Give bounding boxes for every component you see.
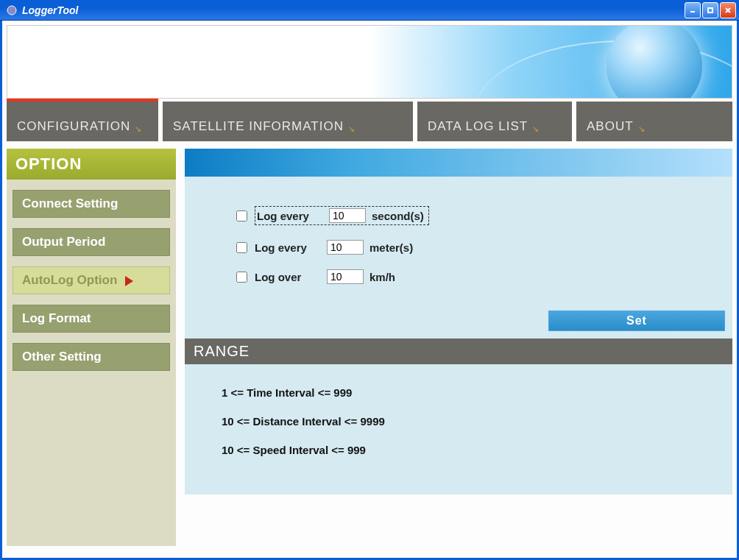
log-time-row: Log every second(s) (236, 206, 710, 225)
sidebar: OPTION Connect Setting Output Period Aut… (7, 149, 176, 546)
app-frame: CONFIGURATION ↘ SATELLITE INFORMATION ↘ … (0, 21, 739, 560)
log-time-unit: second(s) (372, 210, 424, 222)
log-speed-input[interactable] (327, 269, 364, 284)
log-distance-checkbox[interactable] (236, 242, 247, 253)
log-speed-label: Log over (255, 271, 321, 283)
close-button[interactable] (720, 2, 736, 18)
chevron-down-icon: ↘ (348, 124, 356, 134)
range-header: RANGE (185, 339, 732, 364)
log-distance-row: Log every meter(s) (236, 240, 710, 255)
range-line-speed: 10 <= Speed Interval <= 999 (222, 444, 710, 456)
sidebar-item-label: Connect Setting (22, 196, 118, 210)
range-line-time: 1 <= Time Interval <= 999 (222, 386, 710, 399)
main-panel-header (185, 149, 732, 177)
tab-about[interactable]: ABOUT ↘ (576, 102, 732, 141)
range-line-distance: 10 <= Distance Interval <= 9999 (222, 415, 710, 428)
chevron-down-icon: ↘ (638, 124, 646, 134)
log-time-label: Log every (257, 210, 323, 222)
maximize-button[interactable] (702, 2, 718, 18)
main-nav: CONFIGURATION ↘ SATELLITE INFORMATION ↘ … (7, 102, 732, 141)
window-controls (685, 2, 736, 18)
log-time-input[interactable] (329, 208, 366, 223)
sidebar-item-label: Output Period (22, 235, 105, 249)
banner (7, 25, 732, 99)
log-time-checkbox[interactable] (236, 210, 247, 221)
main-panel: Log every second(s) Log every meter(s) L… (185, 149, 732, 546)
tab-label: ABOUT (587, 119, 634, 134)
log-distance-label: Log every (255, 241, 321, 254)
triangle-right-icon (125, 276, 133, 286)
tab-configuration[interactable]: CONFIGURATION ↘ (7, 102, 158, 141)
set-button[interactable]: Set (548, 311, 725, 331)
log-speed-checkbox[interactable] (236, 272, 247, 283)
log-speed-row: Log over km/h (236, 269, 710, 284)
log-time-group: Log every second(s) (255, 206, 429, 225)
svg-rect-2 (708, 8, 713, 13)
sidebar-item-autolog-option[interactable]: AutoLog Option (13, 266, 170, 294)
sidebar-header: OPTION (7, 149, 176, 180)
minimize-button[interactable] (685, 2, 701, 18)
autolog-form: Log every second(s) Log every meter(s) L… (185, 177, 732, 339)
log-speed-unit: km/h (370, 271, 395, 283)
titlebar: LoggerTool (0, 0, 739, 21)
sidebar-item-output-period[interactable]: Output Period (13, 228, 170, 256)
app-icon (6, 4, 18, 16)
tab-label: DATA LOG LIST (428, 119, 528, 134)
tab-data-log-list[interactable]: DATA LOG LIST ↘ (417, 102, 572, 141)
sidebar-item-other-setting[interactable]: Other Setting (13, 343, 170, 371)
globe-icon (607, 25, 702, 99)
chevron-down-icon: ↘ (532, 124, 540, 134)
sidebar-item-label: Log Format (22, 311, 91, 325)
sidebar-item-label: Other Setting (22, 350, 102, 364)
log-distance-input[interactable] (327, 240, 364, 255)
log-distance-unit: meter(s) (370, 241, 413, 254)
tab-satellite-information[interactable]: SATELLITE INFORMATION ↘ (163, 102, 413, 141)
sidebar-item-log-format[interactable]: Log Format (13, 305, 170, 333)
sidebar-item-label: AutoLog Option (22, 273, 117, 287)
tab-label: CONFIGURATION (17, 119, 130, 134)
chevron-down-icon: ↘ (135, 124, 142, 134)
window-title: LoggerTool (22, 4, 78, 16)
titlebar-left: LoggerTool (3, 4, 78, 16)
sidebar-item-connect-setting[interactable]: Connect Setting (13, 190, 170, 218)
svg-point-0 (7, 6, 16, 15)
tab-label: SATELLITE INFORMATION (173, 119, 344, 134)
content: OPTION Connect Setting Output Period Aut… (7, 149, 732, 546)
range-body: 1 <= Time Interval <= 999 10 <= Distance… (185, 364, 732, 495)
